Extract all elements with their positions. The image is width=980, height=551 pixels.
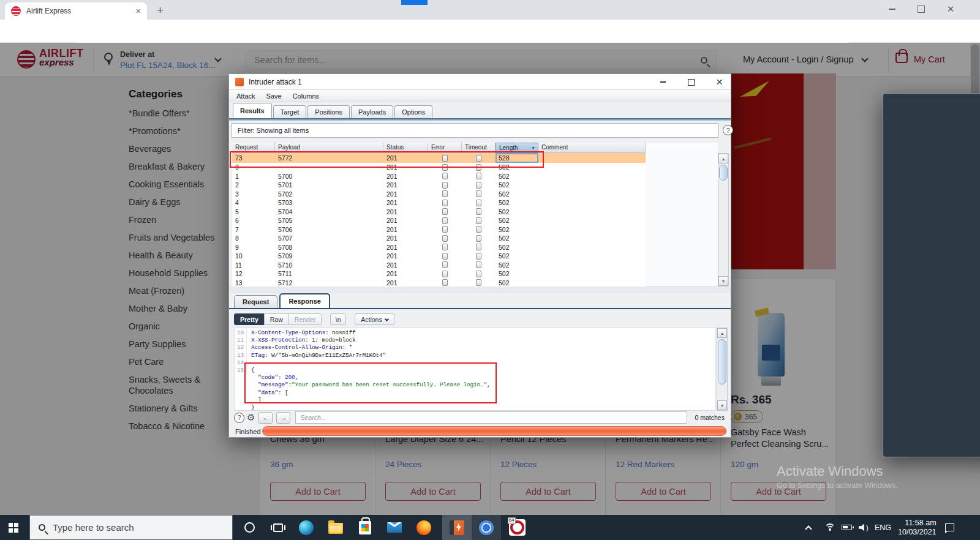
error-checkbox[interactable] xyxy=(442,182,448,189)
result-row[interactable]: 45703201502 xyxy=(232,198,646,208)
editor-search-input[interactable] xyxy=(295,411,687,424)
prev-match-button[interactable]: ← xyxy=(258,412,273,424)
taskbar-clock[interactable]: 11:58 am 10/03/2021 xyxy=(898,515,937,540)
result-row[interactable]: 55704201502 xyxy=(232,208,646,217)
timeout-checkbox[interactable] xyxy=(476,261,481,268)
burp-close-button[interactable]: ✕ xyxy=(714,77,725,87)
error-checkbox[interactable] xyxy=(442,190,448,197)
error-checkbox[interactable] xyxy=(442,279,448,286)
scroll-down-icon[interactable]: ▼ xyxy=(717,400,727,410)
error-checkbox[interactable] xyxy=(442,217,448,224)
cortana-button[interactable] xyxy=(235,515,264,540)
view-button-pretty[interactable]: Pretty xyxy=(234,313,265,325)
error-checkbox[interactable] xyxy=(442,200,448,206)
results-scrollbar[interactable]: ▲ ▼ xyxy=(718,153,729,287)
gear-icon[interactable]: ⚙ xyxy=(247,412,255,423)
result-row[interactable]: 35702201502 xyxy=(232,190,646,199)
taskbar-edge[interactable] xyxy=(292,515,321,540)
browser-tab[interactable]: Airlift Express × xyxy=(5,2,147,20)
timeout-checkbox[interactable] xyxy=(476,200,481,206)
scroll-up-icon[interactable]: ▲ xyxy=(718,154,728,163)
tab-options[interactable]: Options xyxy=(394,105,432,118)
tab-positions[interactable]: Positions xyxy=(307,105,350,118)
taskbar-mail[interactable] xyxy=(380,515,409,540)
language-indicator[interactable]: ENG xyxy=(875,515,891,540)
burp-extension-icon[interactable] xyxy=(883,93,980,457)
action-center-button[interactable] xyxy=(945,515,954,540)
result-row[interactable]: 25701201502 xyxy=(232,181,646,190)
result-row[interactable]: 85707201502 xyxy=(232,234,646,243)
error-checkbox[interactable] xyxy=(442,226,448,233)
timeout-checkbox[interactable] xyxy=(476,217,481,224)
timeout-checkbox[interactable] xyxy=(476,190,481,197)
tab-payloads[interactable]: Payloads xyxy=(351,105,393,118)
result-row[interactable]: 65705201502 xyxy=(232,216,646,225)
error-checkbox[interactable] xyxy=(442,244,448,250)
window-maximize-button[interactable] xyxy=(907,0,935,18)
taskbar-chromium[interactable] xyxy=(472,515,501,540)
result-row[interactable]: 75706201502 xyxy=(232,225,646,234)
tray-network[interactable] xyxy=(824,515,835,540)
taskbar-app-64[interactable]: 64 xyxy=(502,515,532,540)
view-button-render[interactable]: Render xyxy=(288,313,322,325)
new-tab-button[interactable]: + xyxy=(157,4,164,17)
taskbar-file-explorer[interactable] xyxy=(321,515,350,540)
taskbar-search[interactable] xyxy=(29,515,233,540)
burp-minimize-button[interactable] xyxy=(658,77,668,87)
scroll-up-icon[interactable]: ▲ xyxy=(717,328,727,338)
error-checkbox[interactable] xyxy=(442,271,448,277)
window-minimize-button[interactable] xyxy=(878,0,906,18)
result-row[interactable]: 105709201502 xyxy=(232,252,646,261)
scroll-down-icon[interactable]: ▼ xyxy=(718,276,728,286)
timeout-checkbox[interactable] xyxy=(476,244,481,250)
burp-title-bar[interactable]: Intruder attack 1 xyxy=(229,74,731,90)
task-view-button[interactable] xyxy=(263,515,293,540)
response-scrollbar[interactable]: ▲ ▼ xyxy=(717,328,728,411)
taskbar-burp-active[interactable] xyxy=(442,515,472,540)
result-row[interactable]: 95708201502 xyxy=(232,243,646,252)
timeout-checkbox[interactable] xyxy=(476,235,481,242)
view-button-raw[interactable]: Raw xyxy=(264,313,289,325)
taskbar-firefox[interactable] xyxy=(409,515,439,540)
help-icon[interactable]: ? xyxy=(234,413,244,423)
help-icon[interactable]: ? xyxy=(723,125,733,135)
editor-tab-request[interactable]: Request xyxy=(234,295,277,308)
panel-splitter[interactable] xyxy=(229,287,731,293)
tab-results[interactable]: Results xyxy=(233,103,272,118)
result-row[interactable]: 15700201502 xyxy=(232,172,646,181)
taskbar-search-input[interactable] xyxy=(53,522,200,533)
timeout-checkbox[interactable] xyxy=(476,253,481,260)
results-scrollbar-thumb[interactable] xyxy=(719,165,728,181)
timeout-checkbox[interactable] xyxy=(476,226,481,233)
window-close-button[interactable]: ✕ xyxy=(937,0,965,18)
start-button[interactable] xyxy=(9,523,18,533)
error-checkbox[interactable] xyxy=(442,235,448,242)
tray-battery[interactable] xyxy=(842,515,852,540)
column-header-comment[interactable]: Comment xyxy=(538,143,646,153)
timeout-checkbox[interactable] xyxy=(476,182,481,189)
tray-expand-button[interactable] xyxy=(806,515,811,540)
timeout-checkbox[interactable] xyxy=(476,208,481,215)
timeout-checkbox[interactable] xyxy=(476,271,481,277)
tab-target[interactable]: Target xyxy=(273,105,307,118)
actions-button[interactable]: Actions xyxy=(355,313,394,325)
error-checkbox[interactable] xyxy=(442,261,448,268)
result-row[interactable]: 115710201502 xyxy=(232,261,646,270)
timeout-checkbox[interactable] xyxy=(476,279,481,286)
tray-volume[interactable]: ) xyxy=(859,515,867,540)
result-row[interactable]: 135712201502 xyxy=(232,279,646,287)
menu-item-attack[interactable]: Attack xyxy=(236,92,255,100)
result-row[interactable]: 125711201502 xyxy=(232,269,646,279)
error-checkbox[interactable] xyxy=(442,208,448,215)
newline-toggle-button[interactable]: \n xyxy=(330,313,346,325)
menu-item-columns[interactable]: Columns xyxy=(293,92,319,100)
tab-close-icon[interactable]: × xyxy=(136,7,141,15)
burp-maximize-button[interactable] xyxy=(686,77,696,87)
response-scrollbar-thumb[interactable] xyxy=(718,339,726,384)
editor-tab-response[interactable]: Response xyxy=(279,293,330,308)
error-checkbox[interactable] xyxy=(442,253,448,260)
error-checkbox[interactable] xyxy=(442,173,448,179)
results-filter-bar[interactable]: Filter: Showing all items xyxy=(232,123,718,138)
next-match-button[interactable]: → xyxy=(276,412,290,424)
menu-item-save[interactable]: Save xyxy=(266,92,282,100)
